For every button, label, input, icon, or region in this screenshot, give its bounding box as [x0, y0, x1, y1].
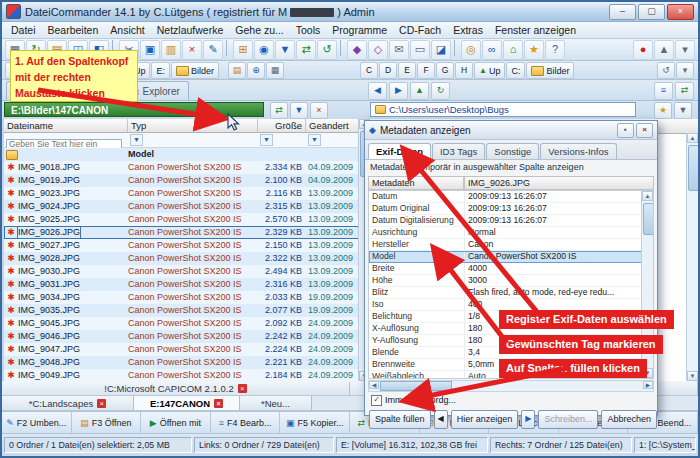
- forward-icon[interactable]: ▶: [389, 82, 408, 100]
- drive-button-right[interactable]: H: [455, 62, 473, 79]
- separator[interactable]: [454, 40, 458, 56]
- refresh-icon[interactable]: ↻: [431, 82, 450, 100]
- file-row[interactable]: IMG_9049.JPG Canon PowerShot SX200 IS 2.…: [4, 369, 370, 382]
- close-tab-icon[interactable]: ×: [238, 384, 247, 393]
- metadata-row[interactable]: Datum Original 2009:09:13 16:26:07: [369, 203, 653, 215]
- right-path-bar[interactable]: C:\Users\user\Desktop\Bugs: [370, 102, 636, 117]
- column-header-typ[interactable]: Typ: [128, 119, 258, 133]
- scroll-right-icon[interactable]: ▶: [643, 381, 653, 389]
- menu-item[interactable]: Tools: [290, 23, 327, 37]
- close-tab-icon[interactable]: ×: [214, 399, 223, 408]
- dialog-tab[interactable]: ID3 Tags: [432, 143, 485, 159]
- filter-funnel-icon[interactable]: ▼: [308, 134, 321, 146]
- function-key-button[interactable]: ▤ F3 Öffnen: [72, 412, 142, 433]
- record-icon[interactable]: ●: [633, 40, 653, 60]
- menu-item[interactable]: Netzlaufwerke: [151, 23, 230, 37]
- disk-icon[interactable]: ◪: [431, 40, 451, 60]
- metadata-row[interactable]: Model Canon PowerShot SX200 IS: [369, 251, 653, 263]
- file-row[interactable]: IMG_9026.JPG Canon PowerShot SX200 IS 2.…: [4, 226, 370, 239]
- current-drive-right[interactable]: C:: [506, 62, 525, 79]
- file-row[interactable]: IMG_9034.JPG Canon PowerShot SX200 IS 2.…: [4, 291, 370, 304]
- grid-icon[interactable]: ▦: [266, 62, 284, 79]
- file-row[interactable]: IMG_9025.JPG Canon PowerShot SX200 IS 2.…: [4, 213, 370, 226]
- menu-item[interactable]: Ansicht: [104, 23, 150, 37]
- next-file-icon[interactable]: ▶: [521, 410, 535, 429]
- metadata-row[interactable]: Hersteller Canon: [369, 239, 653, 251]
- file-row[interactable]: Model: [4, 148, 370, 161]
- swap-panels-icon[interactable]: ⇄: [270, 102, 288, 119]
- metadata-row[interactable]: Datum 2009:09:13 16:26:07: [369, 191, 653, 203]
- left-path-bar[interactable]: E:\Bilder\147CANON: [4, 102, 264, 117]
- file-row[interactable]: IMG_9045.JPG Canon PowerShot SX200 IS 2.…: [4, 317, 370, 330]
- folder-button-left[interactable]: Bilder: [171, 62, 219, 79]
- maximize-button[interactable]: ▢: [638, 4, 665, 20]
- menu-item[interactable]: Fenster anzeigen: [489, 23, 582, 37]
- favorites-star-icon[interactable]: ★: [654, 102, 672, 119]
- new-folder-icon[interactable]: ⊞: [233, 40, 253, 60]
- file-row[interactable]: IMG_9024.JPG Canon PowerShot SX200 IS 2.…: [4, 200, 370, 213]
- metadata-row[interactable]: Breite 4000: [369, 263, 653, 275]
- network-icon[interactable]: ∞: [482, 40, 502, 60]
- link-icon[interactable]: ⊕: [247, 62, 265, 79]
- function-key-button[interactable]: ≡ F4 Bearb...: [211, 412, 281, 433]
- compare-icon[interactable]: ⇄: [296, 40, 316, 60]
- cancel-button[interactable]: Abbrechen: [601, 410, 657, 429]
- scroll-thumb[interactable]: [643, 203, 654, 235]
- paste-icon[interactable]: ▥: [161, 40, 181, 60]
- fill-column-button[interactable]: Spalte füllen: [369, 410, 431, 429]
- up-button-right[interactable]: ▲Up: [474, 62, 505, 79]
- function-key-button[interactable]: ▣ F5 Kopier...: [280, 412, 350, 433]
- pack-icon[interactable]: ◆: [347, 40, 367, 60]
- column-header-groesse[interactable]: Größe: [258, 119, 306, 133]
- dialog-hscrollbar[interactable]: ◀ ▶: [368, 380, 654, 392]
- right-pane-scrollbar[interactable]: ▲ ▼: [686, 133, 698, 381]
- path-dropdown-icon[interactable]: ▼: [674, 102, 692, 119]
- filter-funnel-icon[interactable]: ▼: [290, 102, 308, 119]
- favorites-icon[interactable]: ★: [524, 40, 544, 60]
- close-button[interactable]: ×: [667, 4, 694, 20]
- metadata-row[interactable]: Höhe 3000: [369, 275, 653, 287]
- scroll-left-icon[interactable]: ◀: [369, 381, 379, 389]
- metadata-row[interactable]: Datum Digitalisierung 2009:09:13 16:26:0…: [369, 215, 653, 227]
- close-tab-icon[interactable]: ×: [97, 399, 106, 408]
- back-icon[interactable]: ◀: [368, 82, 387, 100]
- rename-icon[interactable]: ✎: [203, 40, 223, 60]
- menu-item[interactable]: Extras: [447, 23, 489, 37]
- always-on-top-checkbox[interactable]: ✓ Immer im Vordg...: [365, 392, 657, 407]
- unpack-icon[interactable]: ◇: [368, 40, 388, 60]
- file-row[interactable]: IMG_9046.JPG Canon PowerShot SX200 IS 2.…: [4, 330, 370, 343]
- dialog-title-bar[interactable]: ◆ Metadaten anzeigen ▪ ×: [365, 121, 657, 140]
- print-icon[interactable]: ▭: [410, 40, 430, 60]
- sort-icon[interactable]: ≡: [654, 82, 673, 100]
- function-key-button[interactable]: ▶ Öffnen mit: [141, 412, 211, 433]
- drive-button-right[interactable]: F: [417, 62, 435, 79]
- show-here-button[interactable]: Hier anzeigen: [451, 410, 519, 429]
- file-row[interactable]: IMG_9019.JPG Canon PowerShot SX200 IS 2.…: [4, 174, 370, 187]
- clear-filter-icon[interactable]: ×: [310, 102, 328, 119]
- session-tab[interactable]: *Neu... ×: [240, 396, 312, 410]
- function-key-button[interactable]: ✎ F2 Umben...: [2, 412, 72, 433]
- file-row[interactable]: IMG_9028.JPG Canon PowerShot SX200 IS 2.…: [4, 252, 370, 265]
- filter-funnel-icon[interactable]: ▼: [260, 134, 273, 146]
- dialog-tab[interactable]: Exif-Daten: [368, 143, 431, 159]
- file-column-header[interactable]: IMG_9026.JPG: [464, 176, 654, 190]
- pin-icon[interactable]: ▪: [617, 123, 634, 138]
- cd-icon[interactable]: ◎: [461, 40, 481, 60]
- copy-icon[interactable]: ▣: [140, 40, 160, 60]
- menu-item[interactable]: CD-Fach: [393, 23, 447, 37]
- file-row[interactable]: IMG_9018.JPG Canon PowerShot SX200 IS 2.…: [4, 161, 370, 174]
- file-row[interactable]: IMG_9023.JPG Canon PowerShot SX200 IS 2.…: [4, 187, 370, 200]
- scroll-thumb[interactable]: [688, 145, 699, 191]
- folder-button-right[interactable]: Bilder: [526, 62, 574, 79]
- title-bar[interactable]: DateiCommander 14.1 by C.Lütgens ( regis…: [2, 2, 698, 22]
- dialog-close-icon[interactable]: ×: [636, 123, 653, 138]
- delete-icon[interactable]: ×: [182, 40, 202, 60]
- dialog-tab[interactable]: Sonstige: [486, 143, 539, 159]
- file-row[interactable]: IMG_9047.JPG Canon PowerShot SX200 IS 2.…: [4, 343, 370, 356]
- toolbar-dropdown-icon[interactable]: ▾: [675, 40, 695, 60]
- metadata-row[interactable]: Blitz Flash fired, auto mode, red-eye re…: [369, 287, 653, 299]
- file-row[interactable]: IMG_9030.JPG Canon PowerShot SX200 IS 2.…: [4, 265, 370, 278]
- drive-button-right[interactable]: C: [360, 62, 378, 79]
- eject-icon[interactable]: ▲: [654, 40, 674, 60]
- scroll-thumb[interactable]: [380, 381, 452, 391]
